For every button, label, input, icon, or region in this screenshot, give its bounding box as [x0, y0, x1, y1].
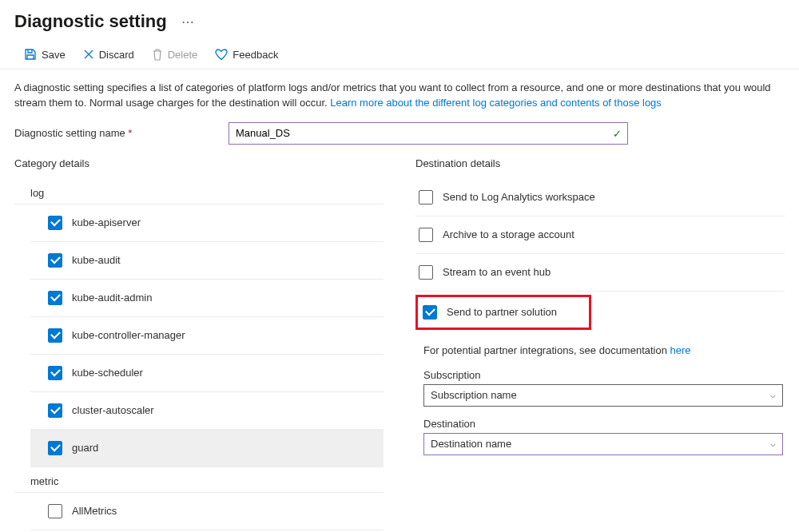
- partner-doc-link[interactable]: here: [670, 344, 691, 356]
- save-label: Save: [42, 49, 66, 61]
- destination-checkbox[interactable]: [419, 190, 433, 204]
- destination-checkbox[interactable]: [419, 228, 433, 242]
- more-menu-icon[interactable]: ⋯: [177, 14, 200, 30]
- destination-option-row[interactable]: Send to Log Analytics workspace: [415, 179, 785, 216]
- destination-label: Send to partner solution: [447, 306, 557, 318]
- delete-label: Delete: [168, 49, 198, 61]
- destination-header: Destination details: [415, 157, 785, 169]
- category-checkbox[interactable]: [48, 216, 62, 230]
- partner-solution-block: For potential partner integrations, see …: [415, 333, 785, 455]
- category-label: AllMetrics: [72, 505, 117, 517]
- validation-check-icon: ✓: [613, 127, 622, 139]
- category-label: kube-scheduler: [72, 367, 143, 379]
- category-label: kube-controller-manager: [72, 329, 185, 341]
- destination-column: Destination details Send to Log Analytic…: [415, 157, 785, 466]
- category-label: kube-apiserver: [72, 216, 141, 228]
- log-category-row[interactable]: kube-controller-manager: [30, 317, 384, 355]
- category-checkbox[interactable]: [48, 504, 62, 518]
- category-checkbox[interactable]: [48, 253, 62, 268]
- feedback-button[interactable]: Feedback: [213, 47, 280, 62]
- log-category-row[interactable]: guard: [30, 430, 384, 467]
- learn-more-link[interactable]: Learn more about the different log categ…: [330, 97, 662, 109]
- log-category-row[interactable]: kube-audit: [30, 242, 384, 280]
- category-label: kube-audit-admin: [72, 292, 152, 304]
- description-text: A diagnostic setting specifies a list of…: [14, 81, 781, 111]
- category-column: Category details log kube-apiserverkube-…: [14, 157, 384, 530]
- discard-label: Discard: [99, 49, 134, 61]
- log-category-row[interactable]: kube-apiserver: [30, 204, 384, 242]
- discard-button[interactable]: Discard: [81, 47, 136, 62]
- required-indicator: *: [128, 127, 132, 139]
- chevron-down-icon: ⌵: [770, 390, 776, 400]
- toolbar: Save Discard Delete Feedback: [0, 38, 799, 69]
- category-checkbox[interactable]: [48, 291, 62, 305]
- category-checkbox[interactable]: [48, 328, 62, 343]
- subscription-select[interactable]: Subscription name ⌵: [423, 384, 783, 407]
- partner-note: For potential partner integrations, see …: [419, 344, 785, 356]
- save-icon: [24, 48, 37, 61]
- category-checkbox[interactable]: [48, 441, 62, 455]
- setting-name-input[interactable]: [229, 122, 628, 145]
- save-button[interactable]: Save: [22, 46, 67, 62]
- subscription-label: Subscription: [423, 369, 785, 381]
- trash-icon: [152, 49, 163, 61]
- log-category-row[interactable]: cluster-autoscaler: [30, 392, 384, 430]
- destination-select-label: Destination: [423, 418, 785, 430]
- page-title: Diagnostic setting: [14, 11, 167, 32]
- metric-group-label: metric: [14, 467, 384, 493]
- destination-select-value: Destination name: [431, 438, 511, 450]
- destination-label: Stream to an event hub: [443, 266, 551, 278]
- metric-category-row[interactable]: AllMetrics: [30, 493, 384, 530]
- delete-button: Delete: [150, 47, 200, 62]
- subscription-value: Subscription name: [431, 389, 517, 401]
- category-label: kube-audit: [72, 254, 121, 266]
- destination-option-row[interactable]: Stream to an event hub: [415, 254, 785, 292]
- category-header: Category details: [14, 157, 384, 169]
- destination-select[interactable]: Destination name ⌵: [423, 433, 783, 455]
- destination-option-row[interactable]: Archive to a storage account: [415, 216, 785, 254]
- category-label: cluster-autoscaler: [72, 404, 154, 416]
- log-category-row[interactable]: kube-scheduler: [30, 355, 384, 392]
- category-label: guard: [72, 442, 98, 454]
- feedback-label: Feedback: [233, 49, 278, 61]
- destination-option-row[interactable]: Send to partner solution: [415, 295, 591, 330]
- setting-name-label: Diagnostic setting name *: [14, 127, 214, 139]
- category-checkbox[interactable]: [48, 366, 62, 380]
- destination-label: Send to Log Analytics workspace: [443, 191, 595, 203]
- log-group-label: log: [14, 179, 384, 204]
- destination-label: Archive to a storage account: [443, 228, 574, 240]
- heart-icon: [215, 49, 228, 61]
- destination-checkbox[interactable]: [419, 265, 433, 280]
- log-category-row[interactable]: kube-audit-admin: [30, 280, 384, 317]
- close-icon: [83, 49, 94, 60]
- category-checkbox[interactable]: [48, 403, 62, 418]
- chevron-down-icon: ⌵: [770, 439, 776, 449]
- destination-checkbox[interactable]: [423, 305, 437, 320]
